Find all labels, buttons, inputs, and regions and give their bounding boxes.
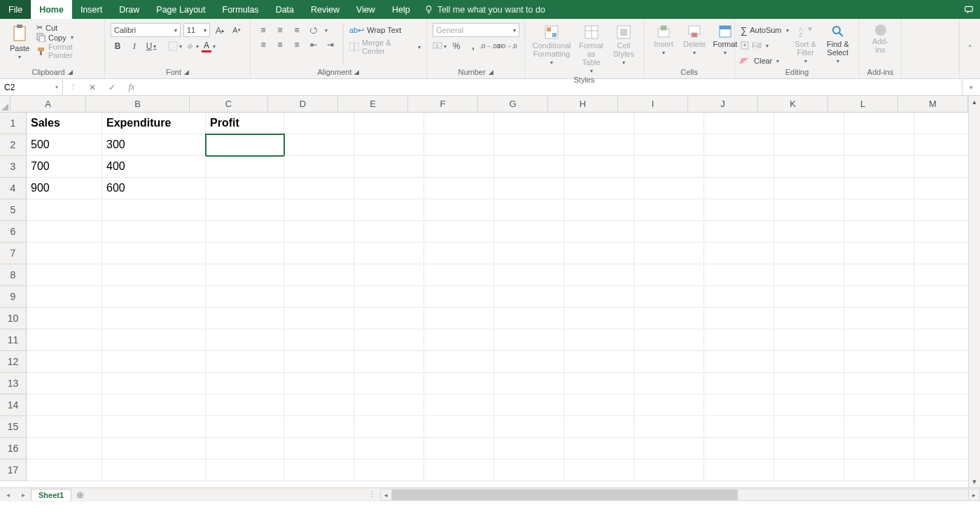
column-header-D[interactable]: D (268, 96, 338, 113)
delete-cells-button[interactable]: Delete▾ (680, 23, 708, 57)
column-header-I[interactable]: I (618, 96, 688, 113)
options-icon[interactable]: ⋮ (63, 83, 83, 92)
scroll-right-arrow[interactable]: ▸ (968, 489, 980, 501)
cell-E3[interactable] (354, 156, 424, 178)
cell-D4[interactable] (284, 178, 354, 199)
sort-filter-button[interactable]: AZ Sort & Filter▾ (792, 23, 820, 66)
cell-M14[interactable] (914, 394, 968, 416)
cell-I15[interactable] (634, 416, 704, 438)
cell-F3[interactable] (424, 156, 494, 178)
cell-G5[interactable] (494, 199, 564, 221)
increase-font-icon[interactable]: A▴ (213, 23, 227, 37)
insert-cells-button[interactable]: Insert▾ (650, 23, 678, 57)
cell-E12[interactable] (354, 351, 424, 373)
cell-G6[interactable] (494, 221, 564, 243)
merge-center-button[interactable]: Merge & Center▾ (349, 40, 421, 54)
cell-H1[interactable] (564, 113, 634, 134)
cell-B1[interactable]: Expenditure (102, 113, 206, 134)
column-header-G[interactable]: G (478, 96, 548, 113)
cell-C5[interactable] (206, 199, 284, 221)
cell-B14[interactable] (102, 394, 206, 416)
column-header-M[interactable]: M (898, 96, 968, 113)
clear-button[interactable]: Clear▾ (741, 54, 789, 68)
cell-K15[interactable] (774, 416, 844, 438)
cell-F7[interactable] (424, 243, 494, 264)
cell-F1[interactable] (424, 113, 494, 134)
cell-C8[interactable] (206, 264, 284, 286)
column-header-J[interactable]: J (688, 96, 758, 113)
cell-J13[interactable] (704, 373, 774, 394)
cell-J1[interactable] (704, 113, 774, 134)
row-header-12[interactable]: 12 (0, 351, 27, 373)
cell-styles-button[interactable]: Cell Styles▾ (610, 23, 638, 67)
cell-D1[interactable] (284, 113, 354, 134)
cell-A6[interactable] (27, 221, 102, 243)
cell-E2[interactable] (354, 134, 424, 156)
cell-F6[interactable] (424, 221, 494, 243)
row-header-13[interactable]: 13 (0, 373, 27, 394)
cell-K7[interactable] (774, 243, 844, 264)
align-middle-icon[interactable]: ≡ (273, 23, 287, 37)
cell-H11[interactable] (564, 329, 634, 351)
cell-H10[interactable] (564, 308, 634, 329)
cell-F14[interactable] (424, 394, 494, 416)
percent-format-icon[interactable]: % (449, 39, 463, 53)
column-header-L[interactable]: L (828, 96, 898, 113)
cell-C15[interactable] (206, 416, 284, 438)
cell-F8[interactable] (424, 264, 494, 286)
cell-G8[interactable] (494, 264, 564, 286)
cell-J16[interactable] (704, 438, 774, 459)
cell-B13[interactable] (102, 373, 206, 394)
cell-B4[interactable]: 600 (102, 178, 206, 199)
cell-I1[interactable] (634, 113, 704, 134)
cell-I9[interactable] (634, 286, 704, 308)
cell-G17[interactable] (494, 459, 564, 481)
add-sheet-button[interactable]: ⊕ (71, 490, 88, 500)
cell-K17[interactable] (774, 459, 844, 481)
cell-E10[interactable] (354, 308, 424, 329)
cell-F10[interactable] (424, 308, 494, 329)
cell-D11[interactable] (284, 329, 354, 351)
row-header-9[interactable]: 9 (0, 286, 27, 308)
align-bottom-icon[interactable]: ≡ (290, 23, 304, 37)
cell-H2[interactable] (564, 134, 634, 156)
addins-button[interactable]: Add-ins (865, 23, 895, 55)
cell-L4[interactable] (844, 178, 914, 199)
cell-M2[interactable] (914, 134, 968, 156)
column-header-B[interactable]: B (86, 96, 190, 113)
cell-F2[interactable] (424, 134, 494, 156)
cell-J11[interactable] (704, 329, 774, 351)
cell-B3[interactable]: 400 (102, 156, 206, 178)
cell-G2[interactable] (494, 134, 564, 156)
copy-button[interactable]: Copy▾ (36, 33, 99, 42)
cell-K6[interactable] (774, 221, 844, 243)
cell-L14[interactable] (844, 394, 914, 416)
cell-E8[interactable] (354, 264, 424, 286)
alignment-dialog-launcher[interactable]: ◢ (354, 69, 359, 76)
cell-J8[interactable] (704, 264, 774, 286)
cancel-formula-button[interactable]: ✕ (83, 83, 102, 92)
cell-H7[interactable] (564, 243, 634, 264)
row-header-10[interactable]: 10 (0, 308, 27, 329)
cell-H13[interactable] (564, 373, 634, 394)
column-header-E[interactable]: E (338, 96, 408, 113)
number-format-select[interactable]: General▾ (433, 23, 519, 37)
cell-M8[interactable] (914, 264, 968, 286)
font-size-select[interactable]: 11▾ (183, 23, 210, 37)
cell-L3[interactable] (844, 156, 914, 178)
cell-B7[interactable] (102, 243, 206, 264)
cell-A5[interactable] (27, 199, 102, 221)
cell-G12[interactable] (494, 351, 564, 373)
cell-H3[interactable] (564, 156, 634, 178)
cell-J6[interactable] (704, 221, 774, 243)
cell-D10[interactable] (284, 308, 354, 329)
number-dialog-launcher[interactable]: ◢ (489, 69, 493, 76)
cell-C3[interactable] (206, 156, 284, 178)
row-header-6[interactable]: 6 (0, 221, 27, 243)
row-header-17[interactable]: 17 (0, 459, 27, 481)
cell-E6[interactable] (354, 221, 424, 243)
cell-M15[interactable] (914, 416, 968, 438)
cell-G3[interactable] (494, 156, 564, 178)
cell-M1[interactable] (914, 113, 968, 134)
cell-E15[interactable] (354, 416, 424, 438)
